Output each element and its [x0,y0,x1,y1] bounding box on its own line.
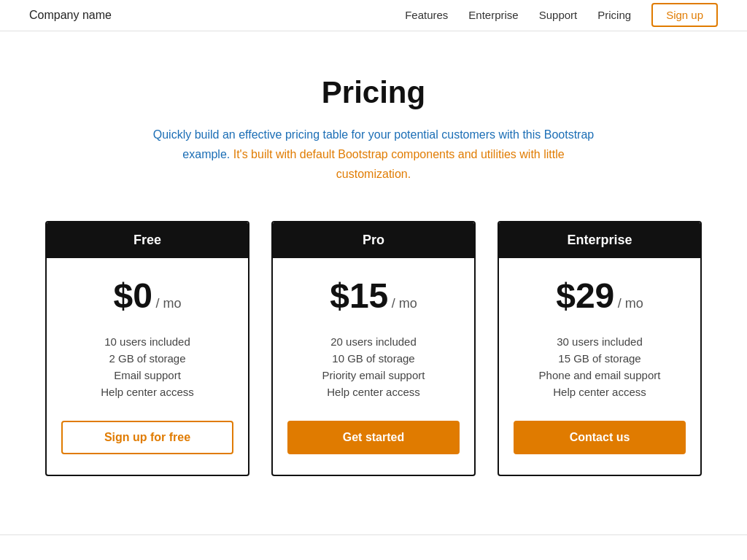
plan-pro-body: $15 / mo 20 users included 10 GB of stor… [273,258,474,475]
nav-features[interactable]: Features [405,9,448,21]
list-item: 30 users included [514,333,686,350]
plan-pro-period: / mo [392,296,417,311]
list-item: 15 GB of storage [514,350,686,367]
list-item: Help center access [287,384,460,400]
plan-free-price: $0 / mo [61,276,233,316]
footer [0,534,747,560]
plan-pro: Pro $15 / mo 20 users included 10 GB of … [271,221,476,476]
plan-enterprise-name: Enterprise [567,233,632,247]
nav-support[interactable]: Support [539,9,578,21]
list-item: 10 users included [61,333,233,350]
plan-pro-amount: $15 [330,276,388,315]
plan-free-cta[interactable]: Sign up for free [61,421,233,454]
list-item: Help center access [61,384,233,400]
brand-name: Company name [29,9,112,22]
plan-free-features: 10 users included 2 GB of storage Email … [61,333,233,400]
pricing-cards: Free $0 / mo 10 users included 2 GB of s… [23,221,724,476]
list-item: 10 GB of storage [287,350,460,367]
list-item: Help center access [514,384,686,400]
plan-enterprise-body: $29 / mo 30 users included 15 GB of stor… [499,258,700,475]
plan-free-period: / mo [155,296,181,311]
list-item: Email support [61,367,233,384]
plan-free-name: Free [133,233,161,247]
nav-links: Features Enterprise Support Pricing Sign… [405,9,718,22]
subtitle-part-3: It's built with default Bootstrap compon… [233,148,565,180]
plan-free-body: $0 / mo 10 users included 2 GB of storag… [47,258,248,475]
nav-pricing[interactable]: Pricing [597,9,631,21]
list-item: 20 users included [287,333,460,350]
navbar: Company name Features Enterprise Support… [0,0,747,31]
page-title: Pricing [23,75,724,110]
subtitle-part-1: Quickly build an effective pricing table… [153,128,368,141]
plan-pro-cta[interactable]: Get started [287,421,460,454]
plan-enterprise-price: $29 / mo [514,276,686,316]
plan-pro-price: $15 / mo [287,276,460,316]
list-item: Priority email support [287,367,460,384]
plan-enterprise: Enterprise $29 / mo 30 users included 15… [498,221,702,476]
plan-free-header: Free [47,222,248,258]
plan-free-amount: $0 [114,276,152,315]
page-subtitle: Quickly build an effective pricing table… [147,125,600,184]
plan-pro-header: Pro [273,222,474,258]
plan-enterprise-features: 30 users included 15 GB of storage Phone… [514,333,686,400]
plan-enterprise-cta[interactable]: Contact us [514,421,686,454]
plan-enterprise-period: / mo [618,296,643,311]
nav-signup-button[interactable]: Sign up [651,3,718,27]
plan-free: Free $0 / mo 10 users included 2 GB of s… [45,221,249,476]
list-item: Phone and email support [514,367,686,384]
plan-pro-name: Pro [363,233,384,247]
plan-enterprise-amount: $29 [556,276,614,315]
nav-enterprise[interactable]: Enterprise [468,9,518,21]
plan-enterprise-header: Enterprise [499,222,700,258]
list-item: 2 GB of storage [61,350,233,367]
main-content: Pricing Quickly build an effective prici… [9,31,738,534]
plan-pro-features: 20 users included 10 GB of storage Prior… [287,333,460,400]
